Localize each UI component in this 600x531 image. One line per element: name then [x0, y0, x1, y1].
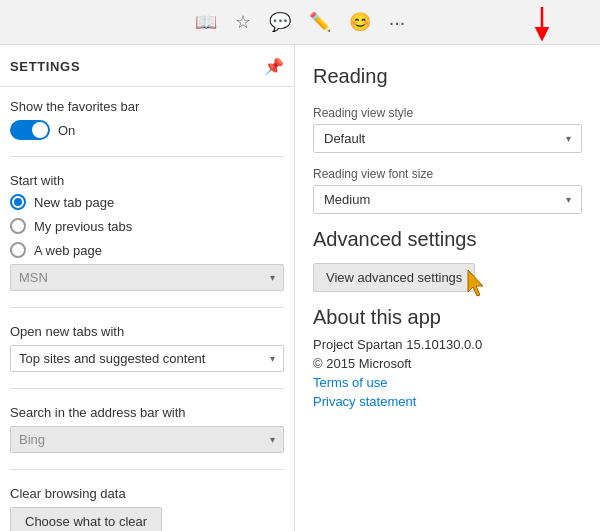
divider-1: [10, 156, 284, 157]
favorites-bar-toggle[interactable]: [10, 120, 50, 140]
clear-browsing-label: Clear browsing data: [10, 486, 284, 501]
red-arrow: [522, 2, 562, 42]
share-icon[interactable]: ✏️: [309, 11, 331, 33]
open-new-tabs-value: Top sites and suggested content: [19, 351, 205, 366]
webpage-placeholder: MSN: [19, 270, 48, 285]
font-size-label: Reading view font size: [313, 167, 582, 181]
divider-2: [10, 307, 284, 308]
radio-web-page-label: A web page: [34, 243, 102, 258]
terms-of-use-link[interactable]: Terms of use: [313, 375, 582, 390]
radio-web-page[interactable]: A web page: [10, 242, 284, 258]
svg-marker-2: [468, 270, 483, 296]
about-section: About this app Project Spartan 15.10130.…: [313, 306, 582, 409]
radio-prev-tabs-circle[interactable]: [10, 218, 26, 234]
font-size-chevron-icon: ▾: [566, 194, 571, 205]
advanced-section: Advanced settings View advanced settings: [313, 228, 582, 292]
chevron-down-icon: ▾: [270, 272, 275, 283]
click-cursor-icon: [463, 268, 493, 298]
choose-clear-button[interactable]: Choose what to clear: [10, 507, 162, 531]
more-icon[interactable]: ···: [389, 11, 406, 34]
search-address-setting: Search in the address bar with Bing ▾: [10, 405, 284, 453]
radio-new-tab[interactable]: New tab page: [10, 194, 284, 210]
main-area: SETTINGS 📌 Show the favorites bar On Sta…: [0, 45, 600, 531]
about-heading: About this app: [313, 306, 582, 329]
emoji-icon[interactable]: 😊: [349, 11, 371, 33]
copyright-text: © 2015 Microsoft: [313, 356, 582, 371]
settings-title: SETTINGS: [10, 59, 80, 74]
toggle-row: On: [10, 120, 284, 140]
settings-panel: SETTINGS 📌 Show the favorites bar On Sta…: [0, 45, 295, 531]
search-engine-dropdown: Bing ▾: [10, 426, 284, 453]
reading-heading: Reading: [313, 65, 582, 88]
reading-view-style: Reading view style Default ▾: [313, 106, 582, 153]
version-text: Project Spartan 15.10130.0.0: [313, 337, 582, 352]
view-style-value: Default: [324, 131, 365, 146]
radio-new-tab-circle[interactable]: [10, 194, 26, 210]
search-engine-value: Bing: [19, 432, 45, 447]
view-style-label: Reading view style: [313, 106, 582, 120]
settings-header: SETTINGS 📌: [0, 45, 294, 87]
settings-content: Show the favorites bar On Start with New…: [0, 87, 294, 531]
webpage-url-dropdown: MSN ▾: [10, 264, 284, 291]
favorites-bar-label: Show the favorites bar: [10, 99, 284, 114]
open-new-tabs-label: Open new tabs with: [10, 324, 284, 339]
divider-4: [10, 469, 284, 470]
open-new-tabs-setting: Open new tabs with Top sites and suggest…: [10, 324, 284, 372]
right-panel: Reading Reading view style Default ▾ Rea…: [295, 45, 600, 531]
view-style-dropdown[interactable]: Default ▾: [313, 124, 582, 153]
open-tabs-chevron-icon: ▾: [270, 353, 275, 364]
divider-3: [10, 388, 284, 389]
clear-browsing-setting: Clear browsing data Choose what to clear: [10, 486, 284, 531]
reading-list-icon[interactable]: 📖: [195, 11, 217, 33]
start-with-radio-group: New tab page My previous tabs A web page: [10, 194, 284, 258]
start-with-setting: Start with New tab page My previous tabs…: [10, 173, 284, 291]
search-address-label: Search in the address bar with: [10, 405, 284, 420]
favorites-bar-setting: Show the favorites bar On: [10, 99, 284, 140]
font-size-value: Medium: [324, 192, 370, 207]
reading-section: Reading: [313, 65, 582, 92]
reading-font-size: Reading view font size Medium ▾: [313, 167, 582, 214]
pin-icon[interactable]: 📌: [264, 57, 284, 76]
toggle-on-label: On: [58, 123, 75, 138]
radio-new-tab-label: New tab page: [34, 195, 114, 210]
advanced-btn-container: View advanced settings: [313, 263, 475, 292]
font-size-dropdown[interactable]: Medium ▾: [313, 185, 582, 214]
privacy-statement-link[interactable]: Privacy statement: [313, 394, 582, 409]
toolbar: 📖 ☆ 💬 ✏️ 😊 ···: [0, 0, 600, 45]
radio-prev-tabs[interactable]: My previous tabs: [10, 218, 284, 234]
start-with-label: Start with: [10, 173, 284, 188]
open-new-tabs-dropdown[interactable]: Top sites and suggested content ▾: [10, 345, 284, 372]
view-style-chevron-icon: ▾: [566, 133, 571, 144]
view-advanced-button[interactable]: View advanced settings: [313, 263, 475, 292]
radio-web-page-circle[interactable]: [10, 242, 26, 258]
search-chevron-icon: ▾: [270, 434, 275, 445]
radio-prev-tabs-label: My previous tabs: [34, 219, 132, 234]
favorites-icon[interactable]: ☆: [235, 11, 251, 33]
web-notes-icon[interactable]: 💬: [269, 11, 291, 33]
advanced-heading: Advanced settings: [313, 228, 582, 251]
